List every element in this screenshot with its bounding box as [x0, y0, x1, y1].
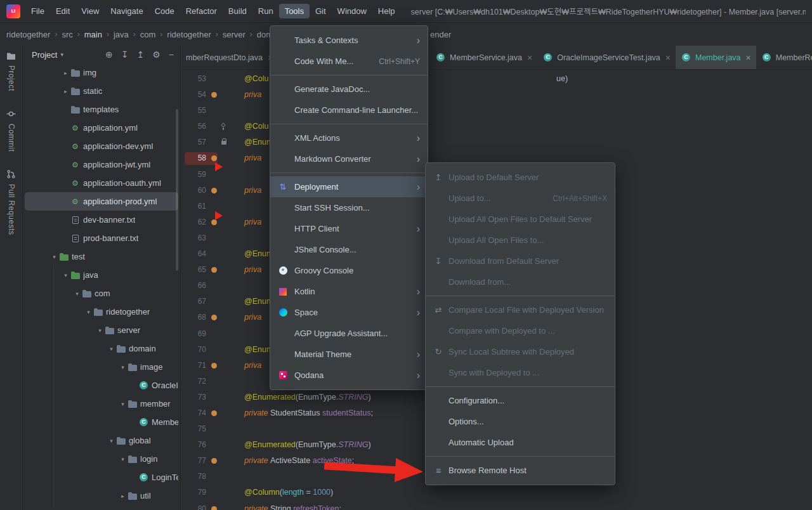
menu-item-upload-to-default-server[interactable]: ↥Upload to Default Server [426, 167, 615, 188]
tab-memberservice-java[interactable]: CMemberService.java× [430, 46, 537, 69]
menu-run[interactable]: Run [252, 4, 279, 18]
menu-item-deployment[interactable]: ⇅Deployment› [270, 176, 428, 197]
compare-icon: ⇄ [433, 306, 444, 314]
tree-item-com[interactable]: ▾com [25, 284, 178, 303]
tree-item-ridetogether[interactable]: ▾ridetogether [25, 303, 178, 321]
tree-item-oracleima[interactable]: COracleIma [25, 376, 178, 395]
application-window: { "colors": { "accent_teal": "#4db6ac", … [0, 0, 812, 510]
menu-item-configuration[interactable]: Configuration... [426, 390, 615, 411]
menu-code[interactable]: Code [149, 4, 180, 18]
breadcrumb-item-com[interactable]: com [140, 30, 156, 39]
menu-help[interactable]: Help [372, 4, 401, 18]
menu-tools[interactable]: Tools [279, 4, 310, 18]
hide-panel-icon[interactable]: − [169, 50, 174, 59]
tree-item-domain[interactable]: ▾domain [25, 339, 178, 358]
scroll-down-icon[interactable]: ↧ [121, 50, 129, 59]
menu-item-browse-remote-host[interactable]: ≡Browse Remote Host [426, 460, 615, 481]
menu-item-label: JShell Console... [294, 245, 420, 254]
close-tab-icon[interactable]: × [746, 53, 751, 63]
menu-item-code-with-me[interactable]: Code With Me...Ctrl+Shift+Y [270, 51, 428, 72]
menu-item-sync-local-subtree-with-deployed[interactable]: ↻Sync Local Subtree with Deployed [426, 341, 615, 362]
menu-item-kotlin[interactable]: Kotlin› [270, 281, 428, 302]
tree-item-application-prod-yml[interactable]: ⚙application-prod.yml [25, 192, 178, 211]
collapse-all-icon[interactable]: ↥ [137, 50, 145, 59]
tree-item-logintest[interactable]: CLoginTest [25, 468, 178, 487]
tree-scrollbar[interactable] [176, 109, 178, 271]
menu-item-download-from[interactable]: Download from... [426, 271, 615, 292]
tree-item-application-yml[interactable]: ⚙application.yml [25, 119, 178, 137]
project-view-selector[interactable]: Project ▾ [32, 50, 63, 60]
settings-icon[interactable]: ⚙ [152, 50, 160, 59]
line-number: 58 [181, 150, 206, 166]
tree-item-img[interactable]: ▸img [25, 63, 178, 82]
tree-item-templates[interactable]: templates [25, 100, 178, 119]
tab-memberrespons[interactable]: CMemberRespons [756, 46, 812, 69]
menu-separator [270, 75, 428, 75]
tree-item-test[interactable]: ▾test [25, 247, 178, 266]
menu-item-upload-all-open-files-to-default-server[interactable]: Upload All Open Files to Default Server [426, 209, 615, 230]
tab-oracleimageservicetest-java[interactable]: COracleImageServiceTest.java× [537, 46, 676, 69]
close-tab-icon[interactable]: × [527, 53, 532, 63]
menu-item-space[interactable]: Space› [270, 302, 428, 323]
tree-item-member[interactable]: ▾member [25, 395, 178, 413]
breadcrumb-item-ridetogether[interactable]: ridetogether [167, 30, 211, 39]
breadcrumb-item-src[interactable]: src [62, 30, 72, 39]
close-tab-icon[interactable]: × [665, 53, 671, 63]
menu-item-compare-with-deployed-to[interactable]: Compare with Deployed to ... [426, 320, 615, 341]
menu-item-http-client[interactable]: HTTP Client› [270, 218, 428, 239]
tree-item-label: util [140, 491, 151, 500]
tab-mberrequestdto-java[interactable]: mberRequestDto.java× [181, 46, 278, 69]
breadcrumb-item-ridetogether[interactable]: ridetogether [6, 30, 50, 39]
stripe-item-commit[interactable]: Commit [6, 109, 16, 152]
tree-item-java[interactable]: ▾java [25, 266, 178, 284]
menu-item-qodana[interactable]: Qodana› [270, 365, 428, 386]
folder-icon [70, 105, 81, 114]
tree-item-application-dev-yml[interactable]: ⚙application-dev.yml [25, 137, 178, 155]
menu-item-upload-to[interactable]: Upload to...Ctrl+Alt+Shift+X [426, 188, 615, 209]
menu-item-label: Sync with Deployed to ... [449, 368, 607, 377]
menu-item-automatic-upload[interactable]: Automatic Upload [426, 432, 615, 453]
tree-item-memberse[interactable]: CMemberSe [25, 413, 178, 431]
menu-item-groovy-console[interactable]: *Groovy Console [270, 260, 428, 281]
tree-item-image[interactable]: ▾image [25, 358, 178, 376]
tree-item-application-jwt-yml[interactable]: ⚙application-jwt.yml [25, 155, 178, 174]
tree-item-prod-banner-txt[interactable]: prod-banner.txt [25, 229, 178, 247]
tree-item-static[interactable]: ▸static [25, 82, 178, 100]
tree-item-util[interactable]: ▸util [25, 487, 178, 505]
tree-item-server[interactable]: ▾server [25, 321, 178, 339]
menu-item-material-theme[interactable]: Material Theme› [270, 344, 428, 365]
locate-icon[interactable]: ⊕ [105, 50, 113, 59]
menu-item-markdown-converter[interactable]: Markdown Converter› [270, 148, 428, 169]
tree-item-login[interactable]: ▾login [25, 450, 178, 468]
menu-navigate[interactable]: Navigate [105, 4, 148, 18]
menu-item-agp-upgrade-assistant[interactable]: AGP Upgrade Assistant... [270, 323, 428, 344]
menu-edit[interactable]: Edit [50, 4, 75, 18]
menu-item-tasks-contexts[interactable]: Tasks & Contexts› [270, 30, 428, 51]
breadcrumb-item-server[interactable]: server [223, 30, 246, 39]
menu-item-start-ssh-session[interactable]: Start SSH Session... [270, 197, 428, 218]
tree-item-global[interactable]: ▾global [25, 431, 178, 450]
menu-refactor[interactable]: Refactor [180, 4, 223, 18]
tree-item-application-oauth-yml[interactable]: ⚙application-oauth.yml [25, 174, 178, 192]
menu-item-upload-all-open-files-to[interactable]: Upload All Open Files to... [426, 230, 615, 251]
menu-build[interactable]: Build [223, 4, 252, 18]
breadcrumb-item-java[interactable]: java [114, 30, 129, 39]
tree-item-label: img [83, 68, 96, 77]
menu-file[interactable]: File [25, 4, 50, 18]
menu-window[interactable]: Window [332, 4, 372, 18]
tab-member-java[interactable]: CMember.java× [676, 46, 756, 69]
stripe-item-pull-requests[interactable]: Pull Requests [6, 169, 16, 235]
menu-item-download-from-default-server[interactable]: ↧Download from Default Server [426, 251, 615, 271]
menu-item-jshell-console[interactable]: JShell Console... [270, 239, 428, 260]
menu-item-xml-actions[interactable]: XML Actions› [270, 128, 428, 148]
menu-view[interactable]: View [75, 4, 105, 18]
menu-item-create-command-line-launcher[interactable]: Create Command-line Launcher... [270, 100, 428, 121]
menu-item-compare-local-file-with-deployed-version[interactable]: ⇄Compare Local File with Deployed Versio… [426, 299, 615, 320]
menu-item-options[interactable]: Options... [426, 411, 615, 432]
tree-item-dev-banner-txt[interactable]: dev-banner.txt [25, 211, 178, 229]
breadcrumb-item-main[interactable]: main [84, 30, 102, 39]
menu-git[interactable]: Git [310, 4, 332, 18]
stripe-item-project[interactable]: Project [6, 52, 16, 91]
menu-item-sync-with-deployed-to[interactable]: Sync with Deployed to ... [426, 362, 615, 383]
menu-item-generate-javadoc[interactable]: Generate JavaDoc... [270, 79, 428, 100]
